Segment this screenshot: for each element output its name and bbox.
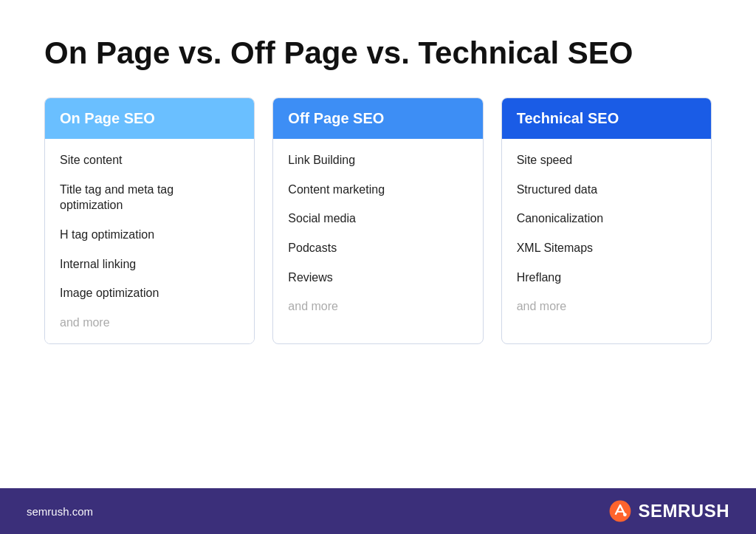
list-item: Image optimization: [60, 285, 239, 301]
list-item: Title tag and meta tag optimization: [60, 182, 239, 213]
and-more-label: and more: [288, 298, 467, 315]
semrush-logo: SEMRUSH: [608, 499, 729, 523]
column-header-on-page: On Page SEO: [45, 98, 254, 139]
list-item: Site content: [60, 152, 239, 168]
and-more-label: and more: [60, 315, 239, 331]
column-body-on-page: Site content Title tag and meta tag opti…: [45, 139, 254, 343]
list-item: XML Sitemaps: [517, 240, 696, 256]
column-on-page: On Page SEO Site content Title tag and m…: [44, 97, 255, 344]
list-item: H tag optimization: [60, 227, 239, 243]
semrush-brand-text: SEMRUSH: [638, 501, 729, 521]
list-item: Content marketing: [288, 182, 467, 198]
list-item: Structured data: [517, 182, 696, 198]
footer-domain: semrush.com: [27, 505, 93, 518]
list-item: Site speed: [517, 152, 696, 168]
footer: semrush.com SEMRUSH: [0, 488, 756, 534]
list-item: Hreflang: [517, 270, 696, 286]
column-header-off-page: Off Page SEO: [273, 98, 482, 139]
columns-container: On Page SEO Site content Title tag and m…: [44, 97, 712, 344]
svg-point-1: [623, 513, 627, 516]
column-technical: Technical SEO Site speed Structured data…: [501, 97, 712, 344]
and-more-label: and more: [517, 298, 696, 315]
main-content: On Page vs. Off Page vs. Technical SEO O…: [0, 0, 756, 488]
page-title: On Page vs. Off Page vs. Technical SEO: [44, 35, 712, 71]
list-item: Podcasts: [288, 240, 467, 256]
list-item: Internal linking: [60, 256, 239, 273]
column-header-technical: Technical SEO: [502, 98, 711, 139]
semrush-icon: [608, 499, 632, 523]
list-item: Social media: [288, 210, 467, 227]
list-item: Link Building: [288, 152, 467, 168]
list-item: Canonicalization: [517, 210, 696, 227]
column-body-technical: Site speed Structured data Canonicalizat…: [502, 139, 711, 328]
column-off-page: Off Page SEO Link Building Content marke…: [272, 97, 483, 344]
list-item: Reviews: [288, 270, 467, 286]
column-body-off-page: Link Building Content marketing Social m…: [273, 139, 482, 328]
